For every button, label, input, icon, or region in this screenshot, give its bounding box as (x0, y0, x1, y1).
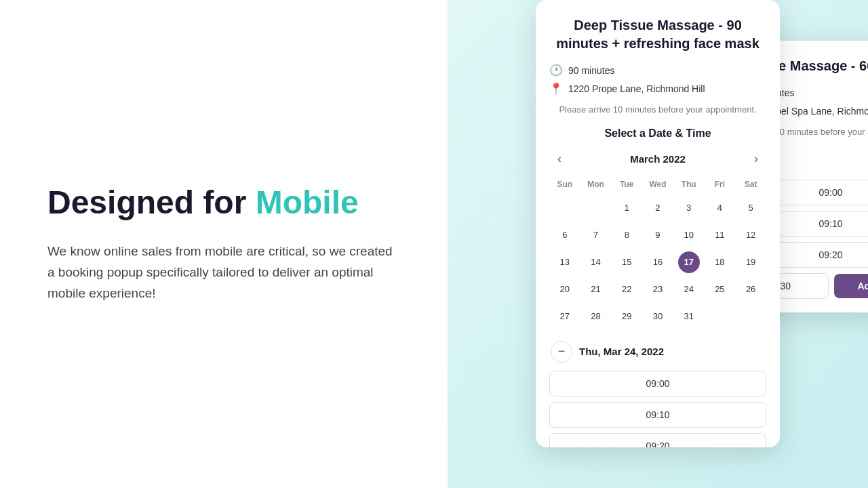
day-cell-2[interactable]: 2 (642, 195, 673, 222)
day-cell-25[interactable]: 25 (705, 276, 736, 303)
week-row-5: 27 28 29 30 31 (549, 303, 766, 330)
day-cell-1[interactable]: 1 (611, 195, 642, 222)
booking-card-primary: Deep Tissue Massage - 90 minutes + refre… (536, 0, 780, 447)
calendar-month: March 2022 (630, 153, 686, 165)
main-heading: Designed for Mobile (47, 184, 400, 221)
card-note: Please arrive 10 minutes before your app… (549, 103, 766, 117)
day-cell-14[interactable]: 14 (580, 249, 612, 276)
calendar-table: Sun Mon Tue Wed Thu Fri Sat 1 2 (549, 177, 766, 330)
day-cell-24[interactable]: 24 (673, 276, 705, 303)
time-slots-list: 09:00 09:10 09:20 09:30 Add to Cart 09:4… (549, 371, 766, 448)
right-section: Deep Tissue Massage - 90 minutes + refre… (448, 0, 868, 488)
weekday-thu: Thu (673, 177, 705, 195)
week-row-3: 13 14 15 16 17 18 19 (549, 249, 766, 276)
card2-add-to-cart-button[interactable]: Add to Cart (834, 274, 868, 298)
day-cell-4[interactable]: 4 (705, 195, 736, 222)
weekday-header-row: Sun Mon Tue Wed Thu Fri Sat (549, 177, 766, 195)
day-cell-15[interactable]: 15 (611, 249, 642, 276)
clock-icon: 🕐 (549, 64, 563, 77)
day-cell-21[interactable]: 21 (580, 276, 612, 303)
location-icon: 📍 (549, 82, 563, 95)
card-meta: 🕐 90 minutes 📍 1220 Prope Lane, Richmond… (549, 64, 766, 95)
location-row: 📍 1220 Prope Lane, Richmond Hill (549, 82, 766, 95)
location-text: 1220 Prope Lane, Richmond Hill (568, 83, 705, 94)
day-cell-8[interactable]: 8 (611, 222, 642, 249)
day-empty (580, 195, 612, 222)
next-month-button[interactable]: › (749, 149, 764, 169)
day-empty (549, 195, 580, 222)
day-cell-27[interactable]: 27 (549, 303, 580, 330)
day-cell-31[interactable]: 31 (673, 303, 705, 330)
day-cell-12[interactable]: 12 (735, 222, 766, 249)
calendar-header: ‹ March 2022 › (549, 149, 766, 169)
day-cell-30[interactable]: 30 (642, 303, 673, 330)
day-cell-16[interactable]: 16 (642, 249, 673, 276)
weekday-fri: Fri (705, 177, 736, 195)
weekday-tue: Tue (611, 177, 642, 195)
day-cell-26[interactable]: 26 (735, 276, 766, 303)
time-slot-0910[interactable]: 09:10 (549, 402, 766, 428)
day-cell-22[interactable]: 22 (611, 276, 642, 303)
duration-row: 🕐 90 minutes (549, 64, 766, 77)
calendar: ‹ March 2022 › Sun Mon Tue Wed Thu Fri S… (549, 149, 766, 330)
body-text: We know online sales from mobile are cri… (47, 241, 400, 304)
day-cell-20[interactable]: 20 (549, 276, 580, 303)
day-cell-10[interactable]: 10 (673, 222, 705, 249)
left-section: Designed for Mobile We know online sales… (0, 0, 448, 488)
select-label: Select a Date & Time (549, 127, 766, 140)
day-cell-5[interactable]: 5 (735, 195, 766, 222)
week-row-1: 1 2 3 4 5 (549, 195, 766, 222)
day-empty (735, 303, 766, 330)
day-cell-19[interactable]: 19 (735, 249, 766, 276)
day-cell-6[interactable]: 6 (549, 222, 580, 249)
week-row-4: 20 21 22 23 24 25 26 (549, 276, 766, 303)
day-cell-18[interactable]: 18 (705, 249, 736, 276)
day-cell-28[interactable]: 28 (580, 303, 612, 330)
card-title: Deep Tissue Massage - 90 minutes + refre… (549, 16, 766, 53)
day-cell-17[interactable]: 17 (673, 249, 705, 276)
day-cell-11[interactable]: 11 (705, 222, 736, 249)
prev-month-button[interactable]: ‹ (552, 149, 567, 169)
day-empty (705, 303, 736, 330)
heading-plain: Designed for (47, 184, 256, 220)
day-cell-3[interactable]: 3 (673, 195, 705, 222)
selected-date-label: Thu, Mar 24, 2022 (579, 346, 765, 357)
day-cell-13[interactable]: 13 (549, 249, 580, 276)
weekday-sun: Sun (549, 177, 580, 195)
day-cell-23[interactable]: 23 (642, 276, 673, 303)
duration-text: 90 minutes (568, 65, 614, 76)
day-cell-7[interactable]: 7 (580, 222, 612, 249)
day-cell-29[interactable]: 29 (611, 303, 642, 330)
week-row-2: 6 7 8 9 10 11 12 (549, 222, 766, 249)
date-decrement-button[interactable]: − (551, 341, 572, 363)
time-slot-0920[interactable]: 09:20 (549, 433, 766, 448)
day-cell-9[interactable]: 9 (642, 222, 673, 249)
selected-date-row: − Thu, Mar 24, 2022 (549, 341, 766, 363)
weekday-wed: Wed (642, 177, 673, 195)
weekday-mon: Mon (580, 177, 612, 195)
time-slot-0900[interactable]: 09:00 (549, 371, 766, 396)
weekday-sat: Sat (735, 177, 766, 195)
heading-highlight: Mobile (256, 184, 359, 220)
